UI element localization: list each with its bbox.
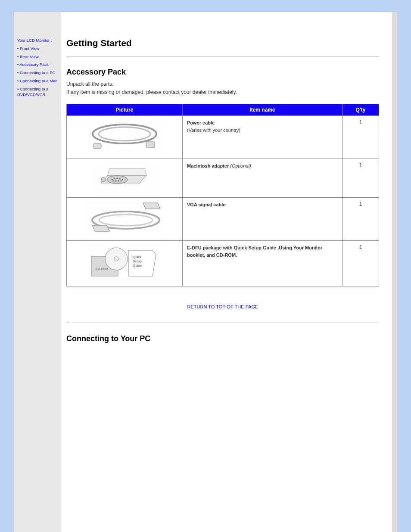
cell-desc: E-DFU package with Quick Setup Guide ,Us… — [183, 241, 342, 286]
sidebar-label: Connecting to a PC — [20, 70, 55, 75]
section-heading-connect-pc: Connecting to Your PC — [66, 334, 379, 343]
item-note: (Varies with your country) — [187, 128, 240, 133]
svg-text:Guide: Guide — [133, 264, 142, 268]
sidebar-label: Connecting to a Mac — [20, 78, 57, 83]
svg-rect-3 — [146, 142, 155, 148]
svg-point-7 — [112, 179, 113, 180]
cell-desc: VGA signal cable — [183, 198, 342, 241]
table-row: Power cable (Varies with your country) 1 — [67, 116, 379, 159]
vga-cable-icon — [84, 201, 165, 236]
item-title: VGA signal cable — [187, 202, 225, 207]
edfu-package-icon: CD-ROM Quick Setup Guide — [88, 244, 161, 281]
table-row: VGA signal cable 1 — [67, 198, 379, 241]
cell-qty: 1 — [342, 241, 379, 286]
sidebar-link-connecting-dvd[interactable]: • Connecting to a DVD/VCD/VCR — [17, 87, 60, 98]
item-title: Macintosh adapter — [187, 163, 229, 168]
table-row: Macintosh adapter (Optional) 1 — [67, 159, 379, 198]
page-title: Getting Started — [66, 38, 379, 48]
svg-point-15 — [121, 180, 122, 182]
sidebar-link-heading[interactable]: Your LCD Monitor : — [17, 38, 60, 44]
svg-text:Quick: Quick — [133, 255, 142, 259]
svg-marker-19 — [143, 203, 160, 209]
svg-point-8 — [114, 178, 115, 180]
th-picture: Picture — [67, 104, 183, 116]
sidebar-link-front-view[interactable]: • Front View — [17, 46, 60, 52]
page-frame: Your LCD Monitor : • Front View • Rear V… — [14, 12, 397, 532]
svg-point-14 — [118, 180, 119, 182]
svg-point-12 — [113, 180, 114, 182]
svg-point-1 — [99, 127, 150, 141]
cell-desc: Macintosh adapter (Optional) — [183, 159, 342, 198]
scrollbar-track[interactable] — [392, 12, 397, 532]
sidebar-label: Connecting to a DVD/VCD/VCR — [17, 87, 49, 97]
sidebar-label: Rear View — [20, 54, 39, 59]
divider — [66, 323, 379, 323]
svg-marker-25 — [128, 250, 156, 276]
table-row: CD-ROM Quick Setup Guide E-DFU package w… — [67, 241, 379, 286]
svg-point-10 — [119, 178, 121, 180]
sidebar-label: Accessory Pack — [19, 62, 49, 67]
table-header-row: Picture Item name Q'ty — [67, 104, 379, 116]
sidebar-link-accessory-pack[interactable]: • Accessory Pack — [17, 62, 60, 68]
item-note-em: (Optional) — [230, 163, 251, 168]
accessory-table: Picture Item name Q'ty Power cable — [66, 104, 379, 286]
intro-line-2: If any item is missing or damaged, pleas… — [66, 89, 237, 95]
svg-marker-20 — [92, 225, 109, 231]
cell-picture: CD-ROM Quick Setup Guide — [67, 241, 183, 286]
item-title: Power cable — [187, 120, 215, 125]
th-item: Item name — [183, 104, 342, 116]
sidebar-link-connecting-pc[interactable]: • Connecting to a PC — [17, 70, 60, 76]
main-content: Getting Started Accessory Pack Unpack al… — [61, 12, 392, 532]
sidebar-link-connecting-mac[interactable]: • Connecting to a Mac — [17, 78, 60, 84]
sidebar-link-rear-view[interactable]: • Rear View — [17, 54, 60, 60]
sidebar-label: Front View — [20, 46, 39, 51]
cell-qty: 1 — [342, 198, 379, 241]
cell-qty: 1 — [342, 159, 379, 198]
th-qty: Q'ty — [342, 104, 379, 116]
item-title: E-DFU package with Quick Setup Guide ,Us… — [187, 245, 322, 258]
sidebar-links: Your LCD Monitor : • Front View • Rear V… — [17, 38, 60, 100]
svg-point-13 — [115, 180, 117, 182]
cell-desc: Power cable (Varies with your country) — [183, 116, 342, 159]
spacer — [66, 347, 379, 377]
cell-picture — [67, 159, 183, 198]
mac-adapter-icon — [92, 162, 157, 193]
intro-text: Unpack all the parts. If any item is mis… — [66, 80, 342, 96]
svg-point-6 — [107, 176, 128, 184]
svg-point-24 — [114, 257, 118, 261]
svg-point-16 — [101, 177, 106, 182]
cell-picture — [67, 198, 183, 241]
power-cable-icon — [86, 119, 163, 154]
return-top-link[interactable]: RETURN TO TOP OF THE PAGE — [187, 304, 258, 309]
svg-point-9 — [117, 178, 118, 179]
svg-rect-2 — [93, 143, 101, 149]
svg-text:Setup: Setup — [133, 259, 142, 263]
intro-line-1: Unpack all the parts. — [66, 81, 113, 87]
svg-point-18 — [99, 215, 153, 226]
divider — [66, 56, 379, 56]
cell-qty: 1 — [342, 116, 379, 159]
svg-marker-5 — [108, 168, 146, 175]
cell-picture — [67, 116, 183, 159]
svg-text:CD-ROM: CD-ROM — [96, 268, 108, 271]
svg-point-11 — [122, 179, 123, 180]
section-heading-accessory: Accessory Pack — [66, 68, 379, 77]
